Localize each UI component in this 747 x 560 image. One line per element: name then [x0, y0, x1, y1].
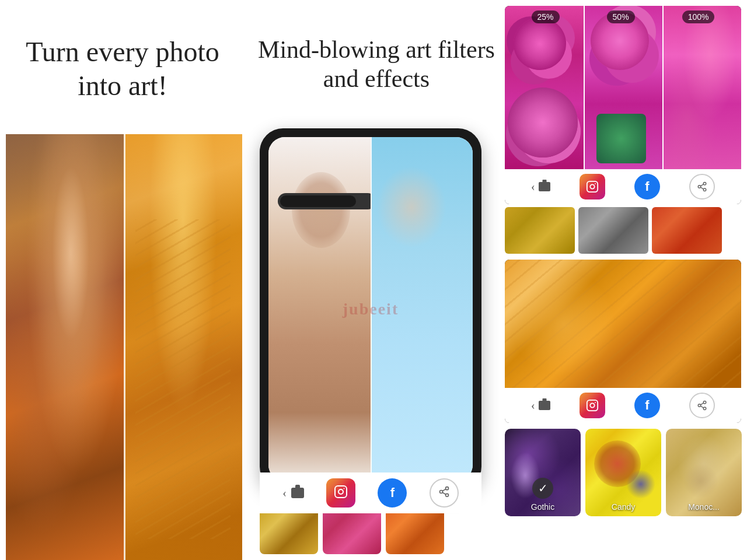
right-top-panel: 25% 50% 100% ‹ f [505, 6, 741, 204]
instagram-button[interactable] [326, 478, 355, 508]
svg-point-10 [595, 183, 596, 184]
left-section: Turn every photo into art! [0, 0, 242, 560]
svg-point-13 [703, 188, 706, 191]
middle-title-line1: Mind-blowing art filters [258, 36, 495, 63]
right-mid-share-button[interactable] [689, 393, 715, 418]
pct-label-25: 25% [532, 10, 560, 23]
camera-icon [291, 488, 304, 498]
right-instagram-button[interactable] [580, 174, 605, 200]
svg-line-14 [700, 187, 703, 189]
right-back-button[interactable]: ‹ [531, 180, 550, 194]
svg-rect-16 [587, 400, 598, 411]
pct-label-50: 50% [607, 10, 635, 23]
gothic-label: Gothic [505, 502, 581, 512]
svg-point-9 [590, 184, 594, 188]
right-mid-image [505, 260, 741, 388]
svg-line-23 [700, 403, 703, 405]
percentage-labels: 25% 50% 100% [505, 6, 741, 28]
right-facebook-icon: f [645, 179, 649, 194]
svg-point-18 [595, 402, 596, 403]
filter-thumbnails-middle [260, 508, 481, 554]
flower-100pct [664, 6, 741, 169]
pct-label-100: 100% [682, 10, 715, 23]
svg-line-7 [442, 489, 446, 491]
left-photo-filtered [124, 134, 242, 560]
check-icon: ✓ [538, 481, 548, 495]
monoc-label: Monoc... [666, 502, 742, 512]
split-divider [124, 134, 125, 560]
face-overlay [6, 134, 124, 560]
right-mid-back-button[interactable]: ‹ [531, 399, 550, 412]
svg-point-11 [703, 183, 706, 186]
left-title: Turn every photo into art! [18, 35, 228, 102]
filter-strip: ✓ Gothic Candy Monoc... [505, 429, 741, 516]
right-thumb-strip [505, 207, 741, 254]
right-mid-chevron-icon: ‹ [531, 399, 535, 412]
right-thumb-3[interactable] [652, 207, 722, 254]
flower-50pct [585, 6, 662, 169]
svg-point-17 [590, 403, 594, 407]
filter-gothic[interactable]: ✓ Gothic [505, 429, 581, 516]
right-mid-facebook-button[interactable]: f [634, 393, 660, 418]
phone-screen: jubeeit [268, 137, 473, 481]
right-share-button[interactable] [689, 174, 715, 200]
svg-point-5 [445, 494, 448, 496]
svg-rect-8 [587, 181, 598, 192]
right-top-action-bar: ‹ f [505, 169, 741, 204]
svg-line-15 [700, 184, 703, 186]
svg-line-6 [442, 492, 446, 494]
filter-thumb-1[interactable] [260, 508, 318, 554]
middle-section: Mind-blowing art filters and effects jub… [242, 0, 499, 560]
middle-title-line2: and effects [323, 65, 430, 92]
share-button[interactable] [430, 478, 459, 508]
svg-point-3 [445, 487, 448, 489]
right-chevron-icon: ‹ [531, 180, 535, 194]
right-thumb-2[interactable] [578, 207, 648, 254]
svg-point-12 [698, 186, 701, 188]
right-mid-camera-icon [539, 401, 550, 410]
watermark: jubeeit [343, 300, 399, 318]
right-mid-panel: ‹ f [505, 260, 741, 423]
right-camera-icon [539, 182, 550, 191]
right-mid-action-bar: ‹ f [505, 388, 741, 423]
svg-point-21 [703, 407, 706, 410]
right-mid-instagram-button[interactable] [580, 393, 605, 418]
svg-point-1 [338, 489, 343, 494]
right-section: 25% 50% 100% ‹ f [499, 0, 747, 560]
svg-point-4 [439, 490, 442, 493]
svg-point-2 [344, 488, 345, 489]
svg-line-22 [700, 406, 703, 408]
instagram-icon [334, 485, 348, 502]
middle-title: Mind-blowing art filters and effects [254, 35, 499, 94]
phone-mockup: jubeeit [260, 128, 481, 490]
left-title-line2: into art! [78, 70, 167, 101]
chevron-left-icon: ‹ [282, 487, 287, 500]
right-mid-facebook-icon: f [645, 398, 649, 413]
phone-screen-inner: jubeeit [268, 137, 473, 481]
facebook-icon: f [390, 485, 395, 501]
svg-point-20 [698, 404, 701, 407]
left-photo-original [6, 134, 124, 560]
phone-bottom-bar: ‹ f [260, 473, 481, 513]
left-title-line1: Turn every photo [26, 36, 219, 67]
filter-candy[interactable]: Candy [585, 429, 661, 516]
flower-25pct [505, 6, 584, 169]
candy-label: Candy [585, 502, 661, 512]
filter-monoc[interactable]: Monoc... [666, 429, 742, 516]
left-image-container [6, 134, 242, 560]
svg-rect-0 [335, 486, 347, 498]
right-bottom-filter-section: ✓ Gothic Candy Monoc... [505, 429, 741, 557]
flower-divider-2 [662, 6, 664, 169]
facebook-button[interactable]: f [378, 478, 407, 508]
filter-thumb-3[interactable] [386, 508, 444, 554]
right-thumb-1[interactable] [505, 207, 575, 254]
share-icon [438, 486, 450, 501]
flower-comparison-image: 25% 50% 100% [505, 6, 741, 169]
svg-point-19 [703, 401, 706, 404]
filter-thumb-2[interactable] [323, 508, 381, 554]
selected-indicator: ✓ [532, 478, 553, 499]
flower-divider-1 [584, 6, 585, 169]
right-facebook-button[interactable]: f [634, 174, 660, 200]
back-button[interactable]: ‹ [282, 487, 304, 500]
